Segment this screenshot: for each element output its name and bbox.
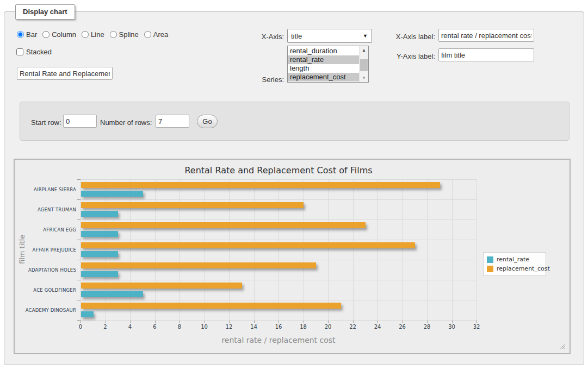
resize-handle-icon[interactable]	[560, 343, 566, 349]
y-category-label: AFFAIR PREJUDICE	[15, 247, 76, 253]
bar-rental-rate-academy-dinosaur	[81, 311, 94, 317]
bar-rental-rate-affair-prejudice	[81, 251, 118, 257]
x-tick-mark	[254, 321, 255, 323]
gridline-vertical	[328, 179, 329, 320]
y-category-label: ACE GOLDFINGER	[15, 287, 76, 293]
chart-type-radiogroup: BarColumnLineSplineArea	[17, 30, 174, 39]
x-axis-label-label: X-Axis label:	[387, 33, 435, 41]
chart-type-option-bar[interactable]: Bar	[17, 30, 37, 39]
x-tick-label: 24	[369, 324, 386, 330]
chart-type-radio-line[interactable]	[82, 31, 89, 38]
gridline-vertical	[180, 179, 180, 320]
go-button[interactable]: Go	[197, 115, 218, 128]
series-option-rental-duration[interactable]: rental_duration	[288, 47, 359, 55]
bar-replacement-cost-adaptation-holes	[81, 262, 316, 268]
x-tick-mark	[155, 321, 156, 323]
gridline-vertical	[205, 179, 205, 320]
gridline-vertical	[278, 179, 279, 320]
y-category-label: ACADEMY DINOSAUR	[15, 308, 76, 313]
x-tick-label: 6	[147, 324, 163, 330]
x-tick-label: 18	[295, 324, 312, 330]
scrollbar-thumb[interactable]	[360, 59, 368, 71]
plot-area	[81, 179, 476, 320]
y-tick-mark	[77, 280, 81, 280]
x-tick-label: 32	[468, 324, 485, 330]
gridline-vertical	[427, 179, 428, 320]
y-tick-mark	[77, 300, 81, 300]
gridline-horizontal	[81, 280, 476, 280]
chart-type-option-area[interactable]: Area	[144, 30, 168, 39]
series-listbox[interactable]: rental_durationrental_ratelengthreplacem…	[287, 46, 369, 83]
gridline-vertical	[155, 179, 156, 320]
chart-type-radio-area[interactable]	[144, 31, 151, 38]
chart-type-option-label: Column	[52, 30, 76, 39]
y-tick-mark	[77, 320, 81, 321]
gridline-vertical	[106, 179, 106, 320]
x-tick-label: 8	[171, 324, 188, 330]
number-of-rows-input[interactable]	[156, 115, 189, 128]
gridline-horizontal	[81, 199, 476, 200]
x-tick-mark	[427, 321, 428, 323]
legend-label: replacement_cost	[497, 265, 550, 272]
chevron-down-icon: ▼	[363, 34, 368, 39]
x-tick-label: 14	[246, 324, 262, 330]
legend-item-rental-rate[interactable]: rental_rate	[487, 255, 542, 264]
y-tick-mark	[77, 260, 81, 260]
gridline-horizontal	[81, 220, 476, 220]
stacked-option[interactable]: Stacked	[16, 48, 52, 56]
chart-type-option-spline[interactable]: Spline	[110, 30, 139, 39]
series-option-length[interactable]: length	[288, 64, 359, 73]
x-tick-label: 10	[196, 324, 213, 330]
number-of-rows-label: Number of rows:	[100, 118, 152, 127]
x-tick-mark	[205, 321, 205, 323]
fieldset-legend: Display chart	[15, 4, 75, 20]
chart-type-radio-bar[interactable]	[17, 31, 24, 38]
x-axis-select[interactable]: title ▼	[287, 29, 372, 43]
chart-title-input[interactable]	[17, 67, 113, 80]
y-category-label: AGENT TRUMAN	[15, 207, 76, 212]
gridline-vertical	[452, 179, 453, 320]
legend-label: rental_rate	[497, 256, 529, 263]
y-axis-label-label: Y-Axis label:	[387, 52, 435, 60]
chart-type-option-label: Spline	[119, 30, 139, 39]
x-tick-mark	[328, 321, 329, 323]
x-tick-mark	[278, 321, 279, 323]
start-row-input[interactable]	[63, 115, 97, 128]
x-tick-mark	[304, 321, 304, 323]
scroll-down-icon[interactable]: ▼	[360, 74, 368, 82]
bar-rental-rate-ace-goldfinger	[81, 291, 143, 297]
chart-type-radio-spline[interactable]	[110, 31, 117, 38]
x-axis-label-input[interactable]	[438, 29, 534, 42]
stacked-checkbox[interactable]	[16, 48, 23, 55]
gridline-vertical	[229, 179, 230, 320]
chart-type-radio-column[interactable]	[42, 31, 49, 38]
start-row-label: Start row:	[31, 118, 61, 127]
bar-rental-rate-agent-truman	[81, 211, 118, 217]
x-tick-label: 26	[394, 324, 411, 330]
series-scrollbar[interactable]: ▲ ▼	[359, 46, 368, 82]
legend-item-replacement-cost[interactable]: replacement_cost	[487, 264, 542, 273]
y-category-label: AIRPLANE SIERRA	[15, 187, 76, 192]
x-tick-mark	[353, 321, 354, 323]
chart-type-option-line[interactable]: Line	[82, 30, 104, 39]
x-tick-label: 20	[320, 324, 336, 330]
x-tick-mark	[229, 321, 230, 323]
gridline-horizontal	[81, 179, 476, 180]
scroll-up-icon[interactable]: ▲	[360, 46, 368, 54]
gridline-vertical	[476, 179, 477, 320]
chart-type-option-label: Line	[91, 30, 104, 39]
y-axis-label-input[interactable]	[438, 48, 534, 61]
series-label: Series:	[240, 76, 284, 84]
legend-swatch-rental-rate	[487, 256, 493, 263]
x-tick-label: 12	[221, 324, 237, 330]
y-category-label: AFRICAN EGG	[15, 227, 76, 233]
series-option-rental-rate[interactable]: rental_rate	[288, 55, 359, 64]
gridline-vertical	[304, 179, 304, 320]
x-axis-select-label: X-Axis:	[240, 33, 284, 41]
chart-type-option-column[interactable]: Column	[42, 30, 76, 39]
series-option-replacement-cost[interactable]: replacement_cost	[288, 73, 359, 81]
bar-replacement-cost-academy-dinosaur	[81, 303, 341, 309]
gridline-vertical	[81, 179, 81, 320]
y-category-label: ADAPTATION HOLES	[15, 267, 76, 273]
x-tick-label: 2	[97, 324, 114, 330]
